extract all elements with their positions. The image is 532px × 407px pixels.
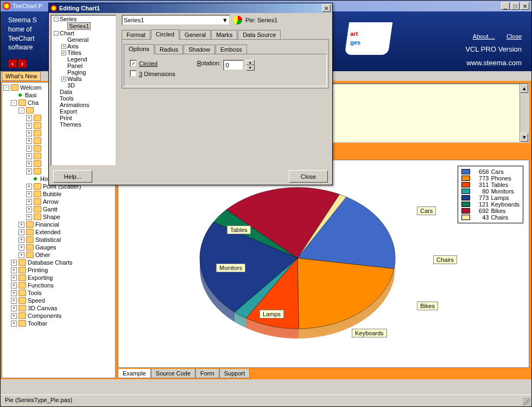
dialog-tree-item[interactable]: +Axis [52, 43, 116, 49]
expand-icon[interactable]: + [26, 153, 32, 159]
scrollbar[interactable]: ▴ ▾ [520, 84, 528, 142]
expand-icon[interactable]: + [26, 138, 32, 144]
expand-icon[interactable]: + [11, 283, 17, 289]
expand-icon[interactable]: - [54, 17, 59, 22]
dialog-tree-item[interactable]: General [52, 36, 116, 43]
dialog-tree-item[interactable]: +Titles [52, 49, 116, 56]
tree-item[interactable]: +Bubble [3, 190, 114, 198]
expand-icon[interactable]: + [11, 298, 17, 304]
tree-item[interactable]: +Toolbar [3, 320, 114, 327]
expand-icon[interactable]: - [18, 108, 24, 114]
tree-item[interactable]: +Functions [3, 281, 114, 289]
expand-icon[interactable]: + [26, 123, 32, 129]
close-link[interactable]: Close [506, 33, 522, 40]
tab-form[interactable]: Form [195, 369, 219, 378]
tab-example[interactable]: Example [118, 369, 151, 378]
expand-icon[interactable]: + [11, 313, 17, 319]
dialog-tab-circled[interactable]: Circled [151, 29, 179, 40]
spin-up-icon[interactable]: ▲ [246, 60, 255, 65]
expand-icon[interactable]: - [54, 31, 59, 36]
dialog-subtab-radius[interactable]: Radius [155, 45, 183, 54]
expand-icon[interactable]: + [61, 51, 66, 55]
expand-icon[interactable]: + [61, 44, 66, 49]
expand-icon[interactable]: + [18, 245, 24, 251]
tree-item[interactable]: +Printing [3, 266, 114, 274]
expand-icon[interactable]: + [18, 237, 24, 243]
tree-item[interactable]: +Statistical [3, 236, 114, 243]
dialog-tree-item[interactable]: Legend [52, 56, 116, 62]
maximize-button[interactable]: □ [511, 2, 520, 10]
nav-back-button[interactable]: ‹ [8, 59, 17, 68]
expand-icon[interactable]: + [26, 214, 32, 220]
dialog-tab-marks[interactable]: Marks [211, 30, 237, 39]
3dimensions-checkbox[interactable]: 3 Dimensions [130, 70, 175, 77]
expand-icon[interactable]: + [18, 222, 24, 228]
series-select[interactable]: Series1 ▼ [122, 15, 230, 26]
spin-down-icon[interactable]: ▼ [246, 65, 255, 71]
tree-item[interactable]: +Gantt [3, 205, 114, 213]
dialog-tree-item[interactable]: -Series [52, 16, 116, 22]
scroll-up-icon[interactable]: ▴ [520, 84, 528, 93]
dialog-tree-item[interactable]: Animations [52, 102, 116, 108]
expand-icon[interactable]: + [26, 191, 32, 197]
expand-icon[interactable]: + [11, 267, 17, 273]
dialog-tab-data-source[interactable]: Data Source [238, 30, 281, 39]
expand-icon[interactable]: - [3, 85, 9, 91]
tree-item[interactable]: +Tools [3, 289, 114, 297]
expand-icon[interactable]: + [11, 321, 17, 327]
dialog-close-button[interactable]: ✕ [322, 4, 331, 12]
tab-source-code[interactable]: Source Code [151, 369, 195, 378]
tree-item[interactable]: +Database Charts [3, 259, 114, 266]
expand-icon[interactable]: + [61, 77, 66, 82]
tree-item[interactable]: +Financial [3, 221, 114, 228]
expand-icon[interactable]: + [11, 305, 17, 311]
tree-item[interactable]: +Shape [3, 213, 114, 221]
about-link[interactable]: About.... [473, 33, 495, 40]
expand-icon[interactable]: + [26, 130, 32, 136]
dialog-tree-item[interactable]: -Chart [52, 30, 116, 36]
dialog-tree-item[interactable]: Tools [52, 95, 116, 102]
tree-item[interactable]: +Extended [3, 228, 114, 236]
tree-item[interactable]: +Gauges [3, 243, 114, 251]
rotation-spinner[interactable]: ▲ ▼ [246, 60, 255, 71]
dialog-tab-general[interactable]: General [180, 30, 211, 39]
expand-icon[interactable]: + [18, 252, 24, 258]
help-button[interactable]: Help... [53, 170, 92, 183]
dialog-subtab-options[interactable]: Options [124, 44, 154, 54]
nav-forward-button[interactable]: › [18, 59, 27, 68]
expand-icon[interactable]: + [26, 184, 32, 190]
scroll-down-icon[interactable]: ▾ [520, 133, 528, 142]
tree-item[interactable]: +Components [3, 312, 114, 320]
dialog-tree-item[interactable]: Data [52, 89, 116, 95]
whats-new-tab[interactable]: What's New [2, 71, 41, 81]
tab-support[interactable]: Support [219, 369, 250, 378]
expand-icon[interactable]: + [11, 260, 17, 266]
dialog-close-btn[interactable]: Close [289, 170, 328, 183]
close-button[interactable]: ✕ [521, 2, 529, 10]
tree-item[interactable]: +Arrow [3, 198, 114, 205]
expand-icon[interactable]: - [11, 100, 17, 106]
expand-icon[interactable]: + [26, 161, 32, 167]
expand-icon[interactable]: + [11, 290, 17, 296]
dialog-subtab-shadow[interactable]: Shadow [183, 45, 215, 54]
dialog-tree-item[interactable]: Export [52, 108, 116, 115]
dialog-tree[interactable]: -SeriesSeries1-ChartGeneral+Axis+TitlesL… [50, 15, 117, 166]
expand-icon[interactable]: + [18, 229, 24, 235]
dialog-titlebar[interactable]: Editing Chart1 ✕ [49, 3, 332, 13]
resize-grip-icon[interactable] [523, 398, 530, 405]
dialog-tree-item[interactable]: 3D [52, 82, 116, 89]
rotation-input[interactable]: 0 [223, 60, 244, 71]
tree-item[interactable]: +Other [3, 251, 114, 259]
expand-icon[interactable]: + [26, 168, 32, 174]
minimize-button[interactable]: _ [501, 2, 510, 10]
expand-icon[interactable]: + [26, 115, 32, 121]
tree-item[interactable]: +Exporting [3, 274, 114, 281]
expand-icon[interactable]: + [26, 206, 32, 212]
tree-item[interactable]: +Speed [3, 297, 114, 304]
dialog-tree-item[interactable]: Print [52, 115, 116, 121]
dialog-tree-item[interactable]: Series1 [52, 22, 116, 30]
expand-icon[interactable]: + [26, 146, 32, 152]
expand-icon[interactable]: + [11, 275, 17, 281]
expand-icon[interactable]: + [26, 199, 32, 205]
tree-item[interactable]: +3D Canvas [3, 304, 114, 312]
